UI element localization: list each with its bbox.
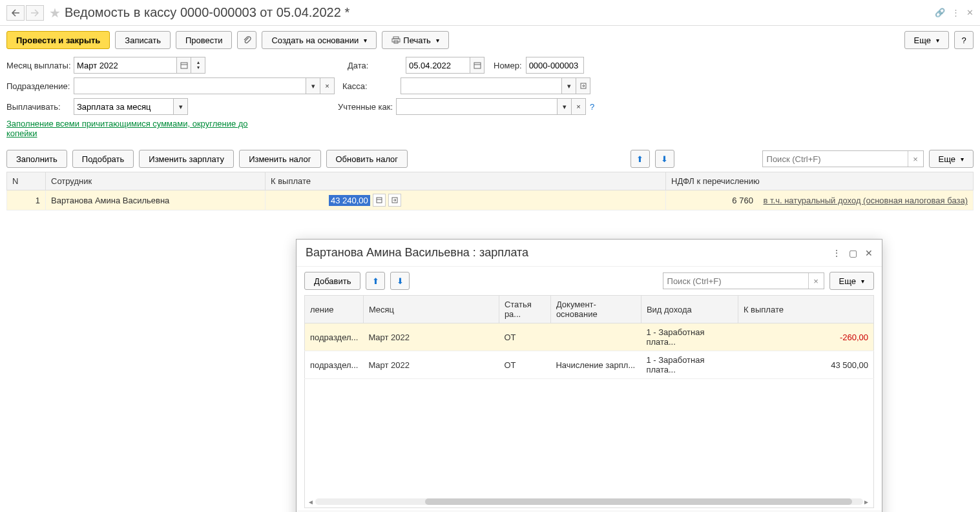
- save-button[interactable]: Записать: [115, 31, 171, 49]
- pick-button[interactable]: Подобрать: [72, 150, 134, 168]
- cell-emp: Вартанова Амина Васильевна: [46, 190, 266, 210]
- cell-pay[interactable]: 43 240,00: [266, 190, 666, 210]
- attach-button[interactable]: [237, 31, 256, 49]
- col-pay[interactable]: К выплате: [266, 172, 666, 190]
- ndfl-detail-link[interactable]: в т.ч. натуральный доход (основная налог…: [764, 196, 968, 205]
- kassa-input[interactable]: [401, 77, 562, 94]
- fill-button[interactable]: Заполнить: [6, 150, 67, 168]
- change-salary-button[interactable]: Изменить зарплату: [139, 150, 234, 168]
- dept-clear-button[interactable]: ×: [320, 77, 335, 94]
- counted-clear-button[interactable]: ×: [572, 98, 586, 115]
- pay-label: Выплачивать:: [6, 102, 74, 112]
- table-row[interactable]: 1 Вартанова Амина Васильевна 43 240,00 6…: [7, 190, 974, 210]
- pay-input[interactable]: [74, 98, 174, 115]
- month-calendar-button[interactable]: [177, 57, 191, 74]
- close-window-icon[interactable]: ✕: [966, 8, 974, 17]
- date-label: Дата:: [348, 61, 406, 70]
- search-box: ×: [762, 150, 924, 167]
- kassa-open-button[interactable]: [576, 77, 590, 94]
- main-toolbar: Провести и закрыть Записать Провести Соз…: [0, 26, 980, 54]
- date-calendar-button[interactable]: [470, 57, 485, 74]
- print-button[interactable]: Печать: [382, 31, 449, 49]
- link-icon[interactable]: 🔗: [935, 8, 945, 17]
- title-bar: ★ Ведомость в кассу 0000-000003 от 05.04…: [0, 0, 980, 26]
- counted-label: Учтенные как:: [338, 102, 396, 112]
- pay-value-selected[interactable]: 43 240,00: [329, 195, 370, 206]
- calculator-icon[interactable]: [373, 194, 386, 207]
- col-n[interactable]: N: [7, 172, 46, 190]
- month-label: Месяц выплаты:: [6, 61, 74, 70]
- move-up-button[interactable]: ⬆: [631, 150, 650, 168]
- create-based-button[interactable]: Создать на основании: [262, 31, 377, 49]
- favorite-icon[interactable]: ★: [49, 5, 61, 21]
- month-input[interactable]: [74, 57, 177, 74]
- kebab-icon[interactable]: ⋮: [952, 8, 960, 17]
- dept-dropdown-button[interactable]: ▾: [306, 77, 320, 94]
- table-more-button[interactable]: Еще: [929, 150, 974, 168]
- date-input[interactable]: [406, 57, 470, 74]
- counted-help-icon[interactable]: ?: [590, 102, 594, 112]
- kassa-dropdown-button[interactable]: ▾: [562, 77, 576, 94]
- pay-dropdown-button[interactable]: ▾: [174, 98, 188, 115]
- cell-ndfl: 6 760 в т.ч. натуральный доход (основная…: [666, 190, 974, 210]
- page-title: Ведомость в кассу 0000-000003 от 05.04.2…: [65, 5, 349, 20]
- month-spinner[interactable]: ▴▾: [191, 57, 205, 74]
- number-label: Номер:: [494, 61, 522, 70]
- help-button[interactable]: ?: [954, 31, 974, 49]
- svg-rect-5: [474, 63, 481, 68]
- dept-label: Подразделение:: [6, 81, 74, 91]
- kassa-label: Касса:: [342, 81, 401, 91]
- post-close-button[interactable]: Провести и закрыть: [6, 31, 110, 49]
- table-toolbar: Заполнить Подобрать Изменить зарплату Из…: [0, 146, 980, 172]
- forward-button[interactable]: [26, 5, 44, 21]
- post-button[interactable]: Провести: [176, 31, 233, 49]
- counted-input[interactable]: [396, 98, 558, 115]
- more-button[interactable]: Еще: [904, 31, 949, 49]
- col-emp[interactable]: Сотрудник: [46, 172, 266, 190]
- cell-n: 1: [7, 190, 46, 210]
- svg-rect-8: [377, 198, 382, 203]
- back-button[interactable]: [6, 5, 25, 21]
- expand-icon[interactable]: [388, 194, 401, 207]
- counted-dropdown-button[interactable]: ▾: [558, 98, 572, 115]
- update-tax-button[interactable]: Обновить налог: [326, 150, 408, 168]
- change-tax-button[interactable]: Изменить налог: [239, 150, 320, 168]
- search-clear-button[interactable]: ×: [908, 151, 923, 167]
- number-input[interactable]: [526, 57, 584, 74]
- main-table: N Сотрудник К выплате НДФЛ к перечислени…: [6, 172, 974, 210]
- dept-input[interactable]: [74, 77, 306, 94]
- search-input[interactable]: [763, 154, 908, 164]
- col-ndfl[interactable]: НДФЛ к перечислению: [666, 172, 974, 190]
- svg-rect-3: [181, 63, 187, 68]
- printer-icon: [391, 36, 401, 44]
- move-down-button[interactable]: ⬇: [655, 150, 674, 168]
- fill-settings-link[interactable]: Заполнение всеми причитающимися суммами,…: [6, 119, 248, 138]
